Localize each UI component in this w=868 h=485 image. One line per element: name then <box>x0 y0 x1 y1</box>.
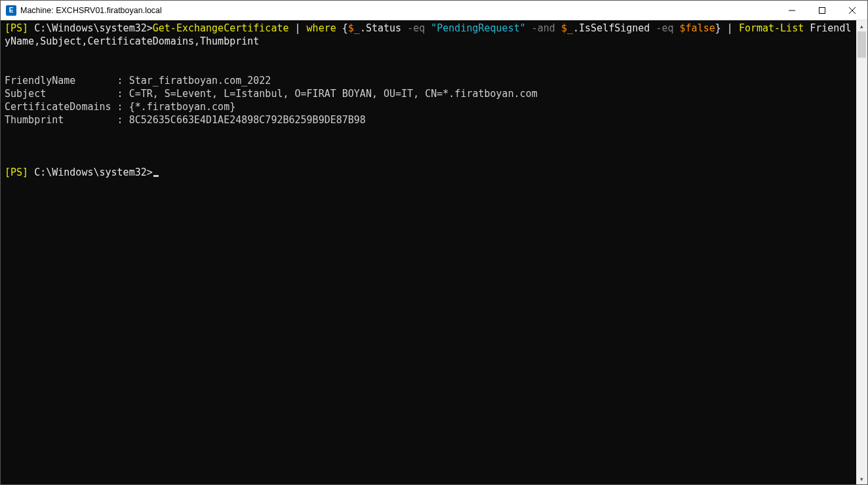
prop-status: .Status <box>360 22 407 34</box>
prompt2-ps: PS <box>10 166 22 178</box>
output-certdomains-value: {*.firatboyan.com} <box>129 101 236 113</box>
titlebar[interactable]: E Machine: EXCHSRV01.firatboyan.local <box>1 1 867 20</box>
var-false: $false <box>680 22 715 34</box>
svg-rect-1 <box>819 7 825 13</box>
terminal-area: [PS] C:\Windows\system32>Get-ExchangeCer… <box>1 20 867 484</box>
scrollbar-down-arrow-icon[interactable]: ▾ <box>856 473 867 484</box>
app-icon: E <box>6 5 16 16</box>
cmd-where: where <box>307 22 336 34</box>
scrollbar-track[interactable] <box>856 31 867 473</box>
output-thumbprint-value: 8C52635C663E4D1AE24898C792B6259B9DE87B98 <box>129 114 366 126</box>
space-4 <box>674 22 680 34</box>
brace-close: } <box>715 22 721 34</box>
cmd-format-list: Format-List <box>739 22 804 34</box>
cmd-get-exchangecertificate: Get-ExchangeCertificate <box>153 22 289 34</box>
var-dollar-underscore-2: $_ <box>561 22 573 34</box>
window-title: Machine: EXCHSRV01.firatboyan.local <box>20 6 162 15</box>
minimize-icon <box>789 7 795 14</box>
space-3 <box>555 22 561 34</box>
output-thumbprint-label: Thumbprint : <box>5 114 129 126</box>
terminal[interactable]: [PS] C:\Windows\system32>Get-ExchangeCer… <box>1 20 856 484</box>
scrollbar-up-arrow-icon[interactable]: ▴ <box>856 20 867 31</box>
prompt2-bracket-open: [ <box>5 166 10 178</box>
op-eq-1: -eq <box>407 22 425 34</box>
output-certdomains-label: CertificateDomains : <box>5 101 129 113</box>
brace-open: { <box>336 22 348 34</box>
scrollbar-thumb[interactable] <box>858 31 866 58</box>
prompt-bracket-close: ] <box>22 22 34 34</box>
space-1 <box>425 22 431 34</box>
maximize-icon <box>819 7 825 14</box>
prompt-ps: PS <box>10 22 22 34</box>
op-and: -and <box>532 22 555 34</box>
space-2 <box>526 22 532 34</box>
prop-isselfsigned: .IsSelfSigned <box>573 22 656 34</box>
output-subject-label: Subject : <box>5 88 129 100</box>
output-subject-value: C=TR, S=Levent, L=Istanbul, O=FIRAT BOYA… <box>129 88 538 100</box>
minimize-button[interactable] <box>777 1 807 20</box>
string-pendingrequest: "PendingRequest" <box>431 22 526 34</box>
maximize-button[interactable] <box>807 1 837 20</box>
prompt2-bracket-close: ] <box>22 166 34 178</box>
output-friendlyname-label: FriendlyName : <box>5 75 129 87</box>
close-icon <box>849 7 856 14</box>
prompt-path: C:\Windows\system32> <box>34 22 153 34</box>
cursor <box>153 175 159 177</box>
window-controls <box>777 1 867 20</box>
prompt2-path: C:\Windows\system32> <box>34 166 153 178</box>
vertical-scrollbar[interactable]: ▴ ▾ <box>856 20 867 484</box>
pipe-1: | <box>289 22 307 34</box>
op-eq-2: -eq <box>656 22 673 34</box>
var-dollar-underscore-1: $_ <box>348 22 360 34</box>
close-button[interactable] <box>837 1 867 20</box>
prompt-bracket-open: [ <box>5 22 10 34</box>
app-window: E Machine: EXCHSRV01.firatboyan.local [P… <box>0 0 868 485</box>
pipe-2: | <box>721 22 739 34</box>
output-friendlyname-value: Star_firatboyan.com_2022 <box>129 75 271 87</box>
